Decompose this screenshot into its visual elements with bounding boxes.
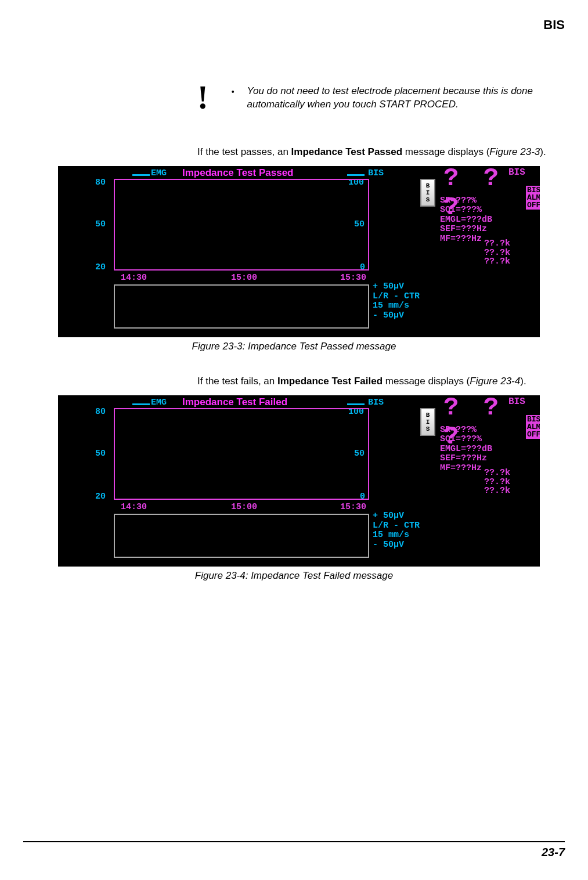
- status-message: Impedance Test Failed: [182, 396, 287, 408]
- waveform-box: [114, 514, 369, 558]
- emg-scale-hi: 80: [95, 407, 106, 417]
- bis-parameters: SR=???% SQI=???% EMGL=???dB SEF=???Hz MF…: [440, 196, 492, 244]
- time-3: 15:30: [340, 502, 366, 512]
- trend-graph: [114, 179, 369, 271]
- alarm-off-badge: BIS ALM OFF: [526, 415, 540, 439]
- time-1: 14:30: [121, 502, 147, 512]
- screenshot-passed: EMG Impedance Test Passed BIS BIS 80 50 …: [58, 166, 540, 337]
- screenshot-failed: EMG Impedance Test Failed BIS BIS 80 50 …: [58, 395, 540, 567]
- note-text: You do not need to test electrode placem…: [247, 85, 533, 111]
- bullet-icon: •: [232, 85, 235, 99]
- page-footer: 23-7: [23, 841, 565, 859]
- time-3: 15:30: [340, 273, 366, 283]
- emg-scale-mid: 50: [95, 219, 106, 229]
- impedance-values: ??.?k ??.?k ??.?k: [484, 468, 510, 496]
- figure-caption-2: Figure 23-4: Impedance Test Failed messa…: [23, 570, 565, 582]
- bis-button[interactable]: B I S: [420, 408, 435, 436]
- waveform-settings: + 50μV L/R - CTR 15 mm/s - 50μV: [373, 511, 420, 550]
- emg-scale-hi: 80: [95, 178, 106, 187]
- bis-label-top: BIS: [368, 398, 384, 407]
- bis-label-top: BIS: [368, 168, 384, 178]
- bis-button[interactable]: B I S: [420, 179, 435, 207]
- emg-scale-lo: 20: [95, 492, 106, 502]
- time-1: 14:30: [121, 273, 147, 283]
- status-message: Impedance Test Passed: [182, 167, 294, 179]
- emg-scale-mid: 50: [95, 449, 106, 459]
- page-header: BIS: [23, 17, 565, 33]
- trend-graph: [114, 408, 369, 500]
- emg-label: EMG: [151, 168, 167, 178]
- emg-scale-lo: 20: [95, 262, 106, 272]
- pass-intro: If the test passes, an Impedance Test Pa…: [197, 146, 565, 158]
- waveform-box: [114, 284, 369, 329]
- figure-caption-1: Figure 23-3: Impedance Test Passed messa…: [23, 341, 565, 352]
- fail-intro: If the test fails, an Impedance Test Fai…: [197, 376, 565, 387]
- bis-parameters: SR=???% SQI=???% EMGL=???dB SEF=???Hz MF…: [440, 425, 492, 474]
- time-2: 15:00: [231, 273, 257, 283]
- time-2: 15:00: [231, 502, 257, 512]
- waveform-settings: + 50μV L/R - CTR 15 mm/s - 50μV: [373, 282, 420, 321]
- alarm-off-badge: BIS ALM OFF: [526, 186, 540, 210]
- exclamation-icon: !: [197, 85, 208, 111]
- emg-label: EMG: [151, 398, 167, 407]
- important-note: ! • You do not need to test electrode pl…: [197, 85, 565, 111]
- impedance-values: ??.?k ??.?k ??.?k: [484, 239, 510, 266]
